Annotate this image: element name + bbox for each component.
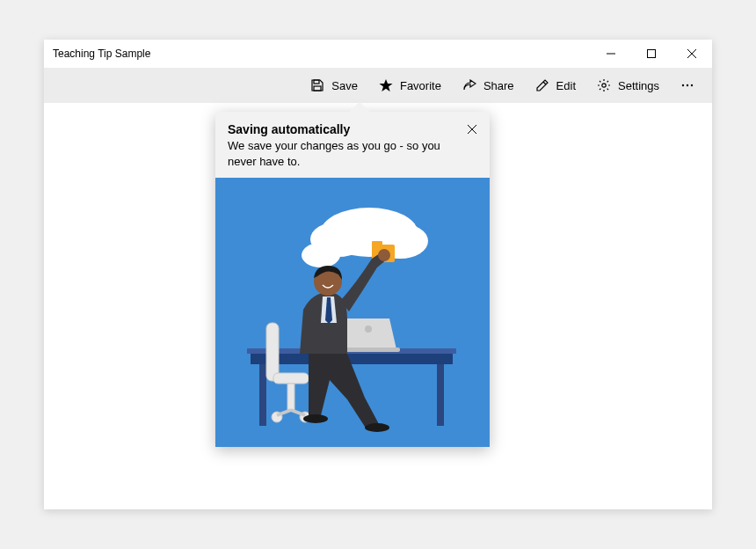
share-button[interactable]: Share (452, 70, 525, 101)
window-controls (591, 40, 712, 68)
close-button[interactable] (672, 40, 712, 68)
edit-icon (535, 78, 549, 92)
svg-rect-23 (338, 348, 400, 352)
minimize-icon (607, 48, 615, 61)
tip-subtitle: We save your changes as you go - so you … (228, 138, 477, 169)
tip-close-button[interactable] (463, 121, 481, 138)
svg-rect-18 (372, 241, 382, 248)
maximize-icon (647, 48, 656, 61)
tip-hero-image (215, 178, 490, 447)
svg-point-24 (365, 326, 372, 333)
app-window: Teaching Tip Sample (44, 40, 712, 509)
svg-line-30 (277, 410, 291, 415)
svg-rect-5 (314, 86, 321, 91)
favorite-button[interactable]: Favorite (368, 70, 452, 101)
tip-header: Saving automatically We save your change… (215, 112, 490, 178)
favorite-label: Favorite (400, 79, 441, 92)
svg-line-31 (291, 410, 305, 415)
settings-label: Settings (618, 79, 659, 92)
window-title: Teaching Tip Sample (53, 48, 591, 60)
svg-point-8 (682, 84, 684, 86)
svg-point-16 (302, 243, 340, 267)
minimize-button[interactable] (591, 40, 631, 68)
commandbar: Save Favorite Share (44, 68, 712, 103)
more-button[interactable] (670, 70, 705, 101)
svg-point-35 (303, 414, 328, 423)
star-icon (379, 78, 393, 92)
share-label: Share (483, 79, 514, 92)
edit-label: Edit (556, 79, 576, 92)
titlebar: Teaching Tip Sample (44, 40, 712, 68)
tip-title: Saving automatically (228, 122, 477, 136)
svg-point-33 (378, 249, 390, 261)
svg-rect-21 (259, 364, 266, 426)
share-icon (462, 78, 476, 92)
svg-rect-25 (266, 323, 279, 381)
svg-point-34 (365, 423, 389, 432)
svg-rect-26 (273, 373, 309, 384)
save-icon (310, 78, 324, 92)
svg-rect-4 (314, 80, 319, 84)
close-icon (687, 48, 696, 61)
svg-point-10 (691, 84, 693, 86)
maximize-button[interactable] (631, 40, 672, 68)
gear-icon (597, 78, 611, 92)
svg-rect-22 (437, 364, 444, 426)
teaching-tip: Saving automatically We save your change… (215, 112, 490, 447)
svg-line-6 (543, 82, 546, 84)
settings-button[interactable]: Settings (586, 70, 670, 101)
svg-rect-19 (251, 352, 453, 364)
svg-rect-1 (648, 49, 656, 57)
svg-rect-27 (287, 384, 294, 410)
content-area: Saving automatically We save your change… (44, 103, 712, 509)
svg-point-9 (687, 84, 688, 86)
edit-button[interactable]: Edit (525, 70, 586, 101)
more-icon (680, 78, 694, 92)
close-icon (468, 123, 476, 136)
save-label: Save (331, 79, 358, 92)
save-button[interactable]: Save (300, 70, 368, 101)
svg-point-7 (602, 84, 606, 87)
